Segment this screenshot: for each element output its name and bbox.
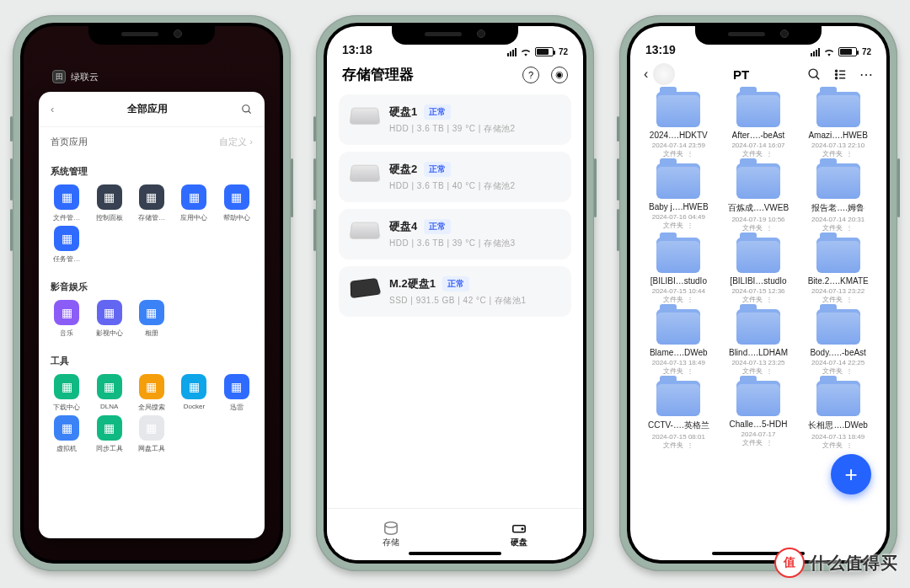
app-item[interactable]: ▦ 相册 — [132, 300, 171, 338]
fab-add[interactable]: + — [831, 454, 871, 494]
svg-point-9 — [835, 73, 837, 75]
app-label: 全局搜索 — [138, 403, 165, 412]
file-item[interactable]: After….-beAst 2024-07-14 16:07 文件夹 ⋮ — [720, 92, 797, 158]
folder-icon — [656, 163, 700, 199]
file-more-icon[interactable]: ⋮ — [766, 224, 774, 232]
file-item[interactable]: Baby j….HWEB 2024-07-16 04:49 文件夹 ⋮ — [640, 163, 717, 233]
file-type: 文件夹 — [663, 221, 683, 230]
disk-row[interactable]: 硬盘2 正常 HDD | 3.6 TB | 40 °C | 存储池2 — [339, 152, 571, 202]
app-item[interactable]: ▦ 文件管… — [47, 184, 86, 222]
file-name: [BILIBI…studIo — [650, 276, 707, 286]
more-icon[interactable]: ⋯ — [859, 67, 873, 83]
file-more-icon[interactable]: ⋮ — [846, 224, 854, 232]
file-item[interactable]: Blind….LDHAM 2024-07-13 23:25 文件夹 ⋮ — [720, 309, 797, 376]
app-label: 控制面板 — [96, 213, 123, 222]
app-item[interactable]: ▦ 同步工具 — [89, 415, 128, 453]
file-name: [BILIBI…studIo — [730, 276, 786, 286]
file-type: 文件夹 — [822, 441, 843, 450]
app-item[interactable]: ▦ 全局搜索 — [132, 374, 171, 412]
app-item[interactable]: ▦ 迅雷 — [217, 374, 256, 412]
svg-point-5 — [809, 69, 817, 78]
file-item[interactable]: 长相思….DWeb 2024-07-13 18:49 文件夹 ⋮ — [800, 381, 876, 450]
app-item[interactable]: ▦ 控制面板 — [89, 184, 128, 222]
file-date: 2024-07-15 12:36 — [731, 287, 784, 295]
home-apps-row[interactable]: 首页应用 自定义 › — [39, 126, 265, 157]
target-icon[interactable]: ◉ — [551, 67, 568, 83]
folder-icon — [736, 163, 780, 199]
disk-row[interactable]: M.2硬盘1 正常 SSD | 931.5 GB | 42 °C | 存储池1 — [339, 266, 571, 317]
app-item[interactable]: ▦ Docker — [174, 374, 213, 412]
list-view-icon[interactable] — [833, 67, 848, 82]
file-item[interactable]: [BILIBI…studIo 2024-07-15 12:36 文件夹 ⋮ — [720, 238, 797, 304]
svg-line-1 — [249, 110, 251, 113]
disk-name: M.2硬盘1 — [389, 276, 436, 291]
app-item[interactable]: ▦ 下载中心 — [47, 374, 86, 412]
file-type: 文件夹 — [663, 441, 683, 450]
file-item[interactable]: Body.….-beAst 2024-07-14 22:25 文件夹 ⋮ — [800, 309, 876, 376]
file-more-icon[interactable]: ⋮ — [766, 150, 774, 158]
file-more-icon[interactable]: ⋮ — [687, 150, 694, 158]
folder-icon — [816, 309, 860, 345]
app-item[interactable]: ▦ DLNA — [89, 374, 128, 412]
file-item[interactable]: 2024….HDKTV 2024-07-14 23:59 文件夹 ⋮ — [640, 92, 717, 158]
status-badge: 正常 — [442, 276, 469, 291]
file-more-icon[interactable]: ⋮ — [846, 441, 854, 449]
avatar — [653, 63, 675, 85]
app-item[interactable]: ▦ 帮助中心 — [217, 184, 256, 222]
file-more-icon[interactable]: ⋮ — [687, 222, 694, 229]
help-icon[interactable]: ? — [522, 67, 539, 83]
status-badge: 正常 — [424, 219, 451, 234]
file-more-icon[interactable]: ⋮ — [846, 367, 854, 375]
file-item[interactable]: Blame….DWeb 2024-07-13 18:49 文件夹 ⋮ — [640, 309, 717, 376]
back-icon[interactable]: ‹ — [51, 103, 54, 115]
file-item[interactable]: 报告老….姆鲁 2024-07-14 20:31 文件夹 ⋮ — [800, 163, 876, 233]
app-icon: ▦ — [54, 374, 79, 399]
file-more-icon[interactable]: ⋮ — [846, 150, 854, 158]
watermark-text: 什么值得买 — [810, 552, 898, 575]
file-item[interactable]: [BILIBI…studIo 2024-07-15 10:44 文件夹 ⋮ — [640, 238, 717, 304]
file-type: 文件夹 — [663, 366, 683, 376]
file-more-icon[interactable]: ⋮ — [687, 296, 694, 303]
svg-point-7 — [835, 70, 837, 72]
file-item[interactable]: Bite.2….KMATE 2024-07-13 23:22 文件夹 ⋮ — [800, 238, 876, 304]
disk-row[interactable]: 硬盘1 正常 HDD | 3.6 TB | 39 °C | 存储池2 — [339, 94, 571, 145]
search-icon[interactable] — [807, 67, 822, 82]
file-more-icon[interactable]: ⋮ — [846, 296, 854, 303]
file-name: 长相思….DWeb — [808, 420, 867, 431]
sys-apps-grid: ▦ 文件管…▦ 控制面板▦ 存储管…▦ 应用中心▦ 帮助中心▦ 任务管… — [39, 179, 265, 272]
app-panel-card[interactable]: ‹ 全部应用 首页应用 自定义 › 系统管理 ▦ 文件管 — [39, 92, 265, 538]
file-more-icon[interactable]: ⋮ — [766, 296, 774, 303]
file-type: 文件夹 — [822, 366, 843, 376]
app-item[interactable]: ▦ 网盘工具 — [132, 415, 171, 453]
app-icon: ▦ — [181, 374, 206, 399]
file-name: 2024….HDKTV — [650, 131, 708, 140]
file-item[interactable]: 百炼成….VWEB 2024-07-19 10:56 文件夹 ⋮ — [720, 163, 797, 233]
app-item[interactable]: ▦ 任务管… — [47, 226, 86, 264]
app-item[interactable]: ▦ 存储管… — [132, 184, 171, 222]
file-more-icon[interactable]: ⋮ — [766, 439, 774, 446]
disk-name: 硬盘1 — [389, 104, 417, 120]
disk-meta: HDD | 3.6 TB | 39 °C | 存储池3 — [389, 238, 516, 249]
tool-apps-grid: ▦ 下载中心▦ DLNA▦ 全局搜索▦ Docker▦ 迅雷▦ 虚拟机▦ 同步工… — [39, 369, 265, 462]
disk-icon — [351, 278, 382, 298]
file-more-icon[interactable]: ⋮ — [687, 367, 694, 375]
file-item[interactable]: CCTV-….英格兰 2024-07-15 08:01 文件夹 ⋮ — [640, 381, 717, 450]
file-more-icon[interactable]: ⋮ — [766, 367, 774, 375]
app-label: 文件管… — [53, 213, 80, 222]
app-item[interactable]: ▦ 影视中心 — [89, 300, 128, 338]
app-item[interactable]: ▦ 音乐 — [47, 300, 86, 338]
file-item[interactable]: Challe…5-HDH 2024-07-17 文件夹 ⋮ — [720, 381, 797, 450]
file-more-icon[interactable]: ⋮ — [687, 441, 694, 449]
back-icon[interactable]: ‹ — [644, 67, 648, 82]
file-name: CCTV-….英格兰 — [648, 420, 709, 431]
disk-row[interactable]: 硬盘4 正常 HDD | 3.6 TB | 39 °C | 存储池3 — [339, 209, 571, 259]
app-item[interactable]: ▦ 虚拟机 — [47, 415, 86, 453]
file-grid: 2024….HDKTV 2024-07-14 23:59 文件夹 ⋮ After… — [630, 87, 886, 450]
home-indicator[interactable] — [409, 552, 501, 555]
battery-text: 72 — [559, 47, 568, 56]
app-item[interactable]: ▦ 应用中心 — [174, 184, 213, 222]
file-item[interactable]: Amazi….HWEB 2024-07-13 22:10 文件夹 ⋮ — [800, 92, 876, 158]
file-date: 2024-07-13 18:49 — [652, 359, 705, 366]
app-label: 帮助中心 — [223, 213, 250, 222]
search-icon[interactable] — [241, 104, 253, 115]
